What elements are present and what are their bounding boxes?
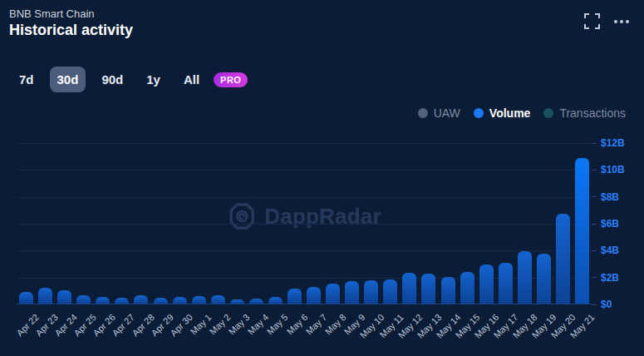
legend-dot-uaw	[418, 108, 428, 118]
x-axis-label: May 6	[284, 312, 309, 337]
range-button-all[interactable]: All	[176, 67, 207, 92]
range-button-1y[interactable]: 1y	[139, 67, 168, 92]
watermark: DappRadar	[227, 201, 381, 231]
chart-legend: UAWVolumeTransactions	[418, 106, 626, 120]
volume-bar-may-16[interactable]	[479, 265, 494, 304]
volume-bar-may-2[interactable]	[211, 295, 225, 304]
page-title: Historical activity	[9, 21, 133, 40]
y-tick-mark	[592, 143, 597, 144]
y-tick-mark	[592, 304, 597, 305]
volume-bar-apr-25[interactable]	[76, 295, 91, 304]
range-button-90d[interactable]: 90d	[94, 67, 130, 92]
gridline-6b	[17, 224, 592, 225]
header-actions	[584, 13, 629, 29]
y-axis-label: $12B	[601, 137, 625, 149]
fullscreen-button[interactable]	[584, 13, 600, 29]
volume-bar-may-8[interactable]	[326, 284, 340, 304]
ellipsis-icon	[614, 20, 629, 23]
volume-bar-may-14[interactable]	[441, 277, 455, 304]
volume-bar-may-15[interactable]	[460, 272, 474, 304]
y-axis-label: $0	[601, 299, 612, 310]
chain-name: BNB Smart Chain	[9, 7, 133, 21]
x-axis-label: May 7	[303, 312, 328, 337]
watermark-text: DappRadar	[264, 204, 381, 230]
volume-bar-may-12[interactable]	[402, 273, 416, 304]
y-axis-tick: $12B	[592, 136, 625, 150]
volume-bar-apr-29[interactable]	[154, 298, 168, 304]
y-axis-label: $8B	[601, 191, 619, 203]
x-axis-label: May 8	[322, 312, 347, 337]
volume-bar-may-13[interactable]	[421, 274, 435, 304]
y-axis-tick: $0	[592, 298, 612, 311]
volume-bar-may-10[interactable]	[364, 280, 378, 304]
volume-bar-may-1[interactable]	[192, 296, 206, 304]
gridline-8b	[17, 197, 592, 198]
range-button-7d[interactable]: 7d	[12, 67, 42, 92]
y-tick-mark	[592, 170, 597, 171]
gridline-12b	[17, 143, 592, 144]
legend-label: UAW	[434, 106, 460, 120]
legend-item-uaw[interactable]: UAW	[418, 106, 460, 120]
y-axis-tick: $8B	[592, 190, 619, 204]
x-axis-label: May 3	[227, 312, 252, 337]
legend-dot-transactions	[543, 108, 553, 118]
legend-dot-volume	[474, 108, 484, 118]
volume-bar-may-19[interactable]	[537, 254, 551, 304]
fullscreen-icon	[584, 13, 600, 29]
volume-bar-may-6[interactable]	[288, 289, 302, 304]
y-tick-mark	[592, 196, 597, 197]
range-button-30d[interactable]: 30d	[50, 67, 86, 92]
y-axis-tick: $2B	[592, 271, 619, 284]
dappradar-logo-icon	[227, 201, 257, 231]
y-tick-mark	[592, 277, 597, 278]
x-axis-label: May 5	[265, 312, 290, 337]
y-axis-label: $10B	[601, 164, 625, 176]
volume-bar-may-5[interactable]	[268, 297, 283, 304]
gridline-4b	[17, 250, 592, 251]
x-axis-label: May 1	[189, 312, 214, 337]
legend-label: Volume	[489, 106, 531, 120]
x-axis-label: May 4	[246, 312, 271, 337]
legend-item-volume[interactable]: Volume	[474, 106, 531, 120]
legend-label: Transactions	[559, 106, 626, 120]
y-axis-label: $4B	[601, 245, 619, 256]
more-options-button[interactable]	[614, 20, 629, 23]
volume-bar-apr-23[interactable]	[38, 288, 52, 304]
gridline-10b	[17, 170, 592, 171]
volume-bar-apr-28[interactable]	[134, 295, 148, 304]
x-axis-labels: Apr 22Apr 23Apr 24Apr 25Apr 26Apr 27Apr …	[0, 305, 644, 356]
volume-bar-apr-24[interactable]	[57, 290, 71, 304]
time-range-selector: 7d30d90d1yAllPRO	[12, 67, 248, 92]
volume-bar-may-21[interactable]	[575, 158, 589, 304]
volume-bar-may-18[interactable]	[518, 251, 532, 304]
y-axis-tick: $6B	[592, 217, 619, 230]
volume-bar-may-17[interactable]	[499, 263, 513, 304]
x-axis-label: May 2	[208, 312, 233, 337]
volume-bar-may-3[interactable]	[230, 299, 244, 304]
historical-activity-widget: BNB Smart Chain Historical activity 7d30…	[0, 0, 644, 356]
y-axis-tick: $4B	[592, 244, 619, 257]
y-axis-tick: $10B	[592, 163, 625, 176]
widget-header: BNB Smart Chain Historical activity	[9, 7, 133, 40]
volume-bar-apr-26[interactable]	[96, 297, 110, 304]
volume-bar-may-9[interactable]	[345, 281, 359, 304]
y-tick-mark	[592, 250, 597, 251]
legend-item-transactions[interactable]: Transactions	[543, 106, 626, 120]
y-axis-label: $6B	[601, 218, 619, 230]
volume-bar-may-11[interactable]	[383, 279, 397, 304]
volume-bar-may-20[interactable]	[556, 214, 570, 304]
volume-bar-apr-22[interactable]	[19, 292, 33, 304]
volume-bar-apr-27[interactable]	[115, 298, 129, 304]
y-axis-label: $2B	[601, 272, 619, 284]
y-tick-mark	[592, 224, 597, 225]
volume-bar-may-7[interactable]	[307, 287, 321, 304]
volume-bar-may-4[interactable]	[249, 299, 263, 304]
pro-badge: PRO	[214, 72, 248, 87]
volume-bar-apr-30[interactable]	[173, 297, 187, 304]
chart-plot: DappRadar	[17, 143, 592, 304]
